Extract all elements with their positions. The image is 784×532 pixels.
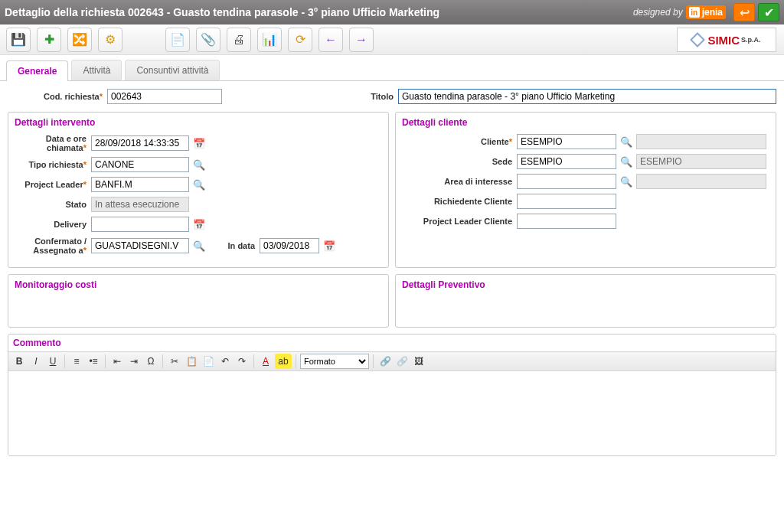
search-icon[interactable]: 🔍: [192, 239, 206, 253]
sede-label: Sede: [402, 157, 517, 166]
prev-button[interactable]: ←: [318, 28, 343, 52]
rte-toolbar: B I U ≡ •≡ ⇤ ⇥ Ω ✂ 📋 📄 ↶ ↷ A ab F: [8, 351, 776, 371]
panel-intervento: Dettagli intervento Data e ore chiamata*…: [8, 112, 389, 268]
calendar-icon[interactable]: 📅: [322, 239, 336, 253]
search-icon[interactable]: 🔍: [192, 178, 206, 191]
indata-label: In data: [214, 241, 260, 250]
confermato-input[interactable]: [91, 238, 189, 253]
titolo-input[interactable]: [398, 89, 776, 104]
pl-cliente-input[interactable]: [517, 214, 616, 229]
italic-button[interactable]: I: [28, 354, 44, 369]
confermato-label: Confermato / Assegnato a*: [15, 237, 91, 255]
search-icon[interactable]: 🔍: [619, 155, 633, 168]
omega-button[interactable]: Ω: [143, 354, 158, 369]
bold-button[interactable]: B: [11, 354, 27, 369]
indent-button[interactable]: ⇥: [126, 354, 142, 369]
panel-preventivo: Dettagli Preventivo: [395, 274, 776, 328]
commento-title: Commento: [8, 335, 776, 351]
unlink-button[interactable]: 🔗: [394, 354, 410, 369]
richiedente-label: Richiedente Cliente: [402, 197, 517, 206]
data-chiamata-label: Data e ore chiamata*: [15, 134, 91, 152]
preventivo-title: Dettagli Preventivo: [402, 279, 769, 290]
stato-label: Stato: [15, 200, 91, 209]
cliente-input[interactable]: [517, 134, 616, 149]
tipo-richiesta-label: Tipo richiesta*: [15, 160, 91, 169]
search-icon[interactable]: 🔍: [619, 175, 633, 188]
panel-costi: Monitoraggio costi: [8, 274, 389, 328]
titolo-label: Titolo: [360, 92, 398, 101]
text-color-button[interactable]: A: [258, 354, 273, 369]
area-input[interactable]: [517, 174, 616, 189]
company-logo: SIMICS.p.A.: [677, 28, 776, 52]
format-select[interactable]: Formato: [300, 354, 369, 369]
underline-button[interactable]: U: [45, 354, 60, 369]
list-ol-button[interactable]: ≡: [69, 354, 84, 369]
print-button[interactable]: 🖨: [227, 28, 251, 52]
cod-richiesta-label: Cod. richiesta*: [8, 92, 107, 101]
area-extra: [636, 174, 766, 189]
workflow-button[interactable]: 🔀: [67, 28, 92, 52]
indata-input[interactable]: [260, 238, 319, 253]
tab-consuntivi[interactable]: Consuntivi attività: [125, 60, 220, 80]
panel-cliente: Dettagli cliente Cliente* 🔍 Sede 🔍 ESEMP…: [395, 112, 776, 268]
area-label: Area di interesse: [402, 177, 517, 186]
tipo-richiesta-input[interactable]: [91, 157, 189, 172]
image-button[interactable]: 🖼: [411, 354, 426, 369]
search-icon[interactable]: 🔍: [619, 135, 633, 149]
back-button[interactable]: ↩: [733, 3, 755, 21]
link-button[interactable]: 🔗: [377, 354, 393, 369]
redo-button[interactable]: ↷: [234, 354, 250, 369]
cliente-title: Dettagli cliente: [402, 117, 769, 128]
comment-editor[interactable]: [8, 371, 776, 455]
data-chiamata-input[interactable]: [91, 135, 189, 151]
settings-button[interactable]: ⚙: [98, 28, 122, 52]
next-button[interactable]: →: [349, 28, 374, 52]
list-ul-button[interactable]: •≡: [86, 354, 101, 369]
cliente-label: Cliente*: [402, 137, 517, 146]
delivery-label: Delivery: [15, 220, 91, 229]
calendar-icon[interactable]: 📅: [192, 217, 206, 231]
new-button[interactable]: ✚: [37, 28, 61, 52]
attach-button[interactable]: 📎: [196, 28, 220, 52]
cut-button[interactable]: ✂: [167, 354, 182, 369]
tab-generale[interactable]: Generale: [6, 60, 68, 81]
confirm-button[interactable]: ✔: [758, 3, 779, 21]
sede-input[interactable]: [517, 154, 616, 169]
costi-title: Monitoraggio costi: [15, 279, 382, 290]
intervento-title: Dettagli intervento: [15, 117, 382, 128]
header-bar: Dettaglio della richiesta 002643 - Guast…: [0, 0, 784, 24]
tabs: Generale Attività Consuntivi attività: [0, 60, 784, 81]
designed-by-label: designed by: [633, 7, 683, 18]
richiedente-input[interactable]: [517, 194, 616, 209]
page-title: Dettaglio della richiesta 002643 - Guast…: [5, 6, 633, 18]
delivery-input[interactable]: [91, 217, 189, 232]
calendar-icon[interactable]: 📅: [192, 136, 206, 150]
outdent-button[interactable]: ⇤: [109, 354, 125, 369]
cod-richiesta-input[interactable]: [107, 89, 222, 104]
copy-rte-button[interactable]: 📋: [184, 354, 199, 369]
undo-button[interactable]: ↶: [217, 354, 233, 369]
panel-commento: Commento B I U ≡ •≡ ⇤ ⇥ Ω ✂ 📋 📄 ↶ ↷ A: [8, 334, 776, 456]
paste-button[interactable]: 📄: [201, 354, 216, 369]
stato-value: In attesa esecuzione: [91, 197, 189, 212]
project-leader-label: Project Leader*: [15, 180, 91, 189]
save-button[interactable]: 💾: [6, 28, 31, 52]
toolbar: 💾 ✚ 🔀 ⚙ 📄 📎 🖨 📊 ⟳ ← → SIMICS.p.A.: [0, 24, 784, 55]
tab-attivita[interactable]: Attività: [71, 60, 122, 80]
refresh-button[interactable]: ⟳: [288, 28, 312, 52]
copy-button[interactable]: 📄: [165, 28, 190, 52]
project-leader-input[interactable]: [91, 177, 189, 192]
cliente-extra: [636, 134, 766, 149]
sede-extra: ESEMPIO: [636, 154, 766, 169]
bg-color-button[interactable]: ab: [275, 354, 292, 369]
injenia-logo: injenia: [686, 5, 726, 19]
search-icon[interactable]: 🔍: [192, 158, 206, 171]
pl-cliente-label: Project Leader Cliente: [402, 217, 517, 226]
chart-button[interactable]: 📊: [257, 28, 282, 52]
